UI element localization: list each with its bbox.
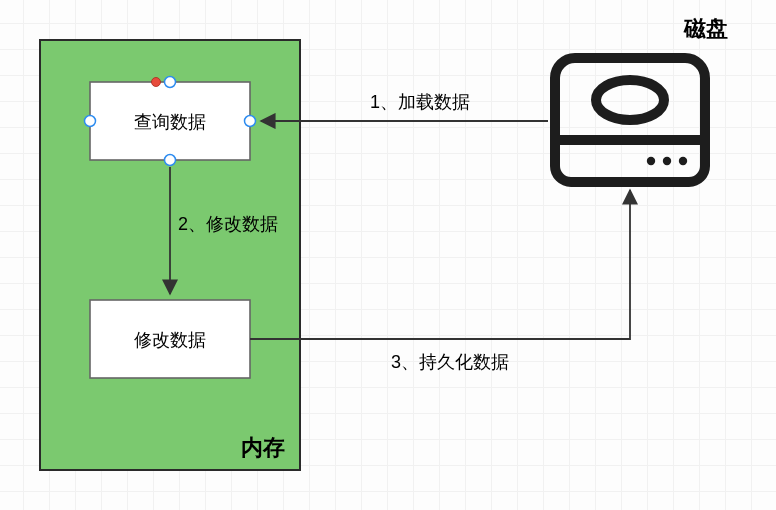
port-handle-bottom[interactable] [165, 155, 176, 166]
diagram-canvas: 内存 查询数据 修改数据 磁盘 [0, 0, 776, 510]
node-query[interactable]: 查询数据 [85, 77, 256, 166]
memory-label: 内存 [241, 435, 285, 460]
node-collapse-dot[interactable] [152, 78, 161, 87]
svg-point-5 [245, 116, 256, 127]
svg-point-9 [596, 80, 664, 120]
arrow-modify-label: 2、修改数据 [178, 214, 278, 234]
disk-label: 磁盘 [683, 16, 728, 41]
svg-point-2 [165, 77, 176, 88]
arrow-persist: 3、持久化数据 [250, 190, 630, 372]
node-modify[interactable]: 修改数据 [90, 300, 250, 378]
svg-point-3 [165, 155, 176, 166]
port-handle-right[interactable] [245, 116, 256, 127]
node-query-label: 查询数据 [134, 112, 206, 132]
arrow-persist-label: 3、持久化数据 [391, 352, 509, 372]
disk-icon [555, 58, 705, 182]
arrow-load: 1、加载数据 [261, 92, 548, 121]
svg-point-6 [152, 78, 161, 87]
port-handle-top[interactable] [165, 77, 176, 88]
svg-point-11 [663, 157, 671, 165]
node-modify-label: 修改数据 [134, 330, 206, 350]
port-handle-left[interactable] [85, 116, 96, 127]
svg-point-12 [679, 157, 687, 165]
svg-point-4 [85, 116, 96, 127]
svg-point-10 [647, 157, 655, 165]
arrow-load-label: 1、加载数据 [370, 92, 470, 112]
